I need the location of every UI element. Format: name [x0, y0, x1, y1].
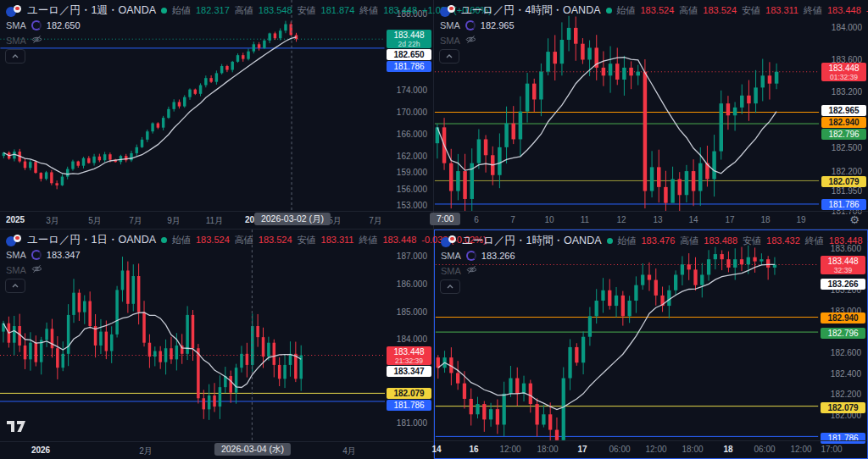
candle-body	[707, 259, 710, 274]
high-value: 183.548	[259, 5, 292, 15]
candle-body	[103, 154, 106, 160]
candle-body	[546, 52, 549, 71]
candle-body	[693, 269, 697, 285]
chart-panel-1day: 187.000186.000185.000184.000181.000183.4…	[0, 230, 434, 459]
symbol-title[interactable]: ユーロ／円・1日・OANDA	[27, 233, 156, 247]
time-axis[interactable]: 141612:0018:001706:0012:0018:001806:0012…	[435, 440, 867, 458]
price-axis[interactable]: 184.000183.600183.200182.500182.200181.9…	[820, 0, 868, 212]
candle-body	[643, 72, 647, 191]
eye-off-icon[interactable]	[31, 35, 42, 46]
sma-loading-icon	[466, 251, 476, 261]
eye-off-icon[interactable]	[465, 35, 476, 46]
symbol-legend[interactable]: ユーロ／円・1時間・OANDA 始値183.476 高値183.488 安値18…	[441, 234, 868, 248]
sma-indicator-row[interactable]: SMA 183.347	[6, 250, 81, 260]
low-value: 183.311	[321, 235, 354, 245]
candle-body	[581, 337, 585, 363]
candle-body	[692, 171, 695, 191]
candle-body	[637, 72, 640, 76]
candle-body	[278, 365, 281, 379]
axis-settings-gear-icon[interactable]: ⚙	[849, 213, 860, 226]
candle-body	[137, 276, 141, 312]
price-axis-label: 181.000	[385, 418, 427, 429]
candle-body	[146, 131, 148, 140]
chart-plot-area[interactable]	[434, 0, 820, 212]
sma-indicator-row[interactable]: SMA 182.650	[6, 20, 81, 30]
candle-body	[629, 68, 632, 75]
tradingview-logo[interactable]	[7, 421, 28, 437]
sma-line	[438, 264, 775, 409]
candle-body	[183, 97, 186, 107]
market-status-icon[interactable]	[607, 238, 613, 244]
time-axis[interactable]: 20262月4月2026-03-04 (水)	[0, 441, 433, 459]
symbol-legend[interactable]: ユーロ／円・1日・OANDA 始値183.524 高値183.524 安値183…	[6, 233, 487, 247]
symbol-legend[interactable]: ユーロ／円・4時間・OANDA 始値183.524 高値183.524 安値18…	[440, 3, 868, 18]
crosshair-time-badge: 7:00	[430, 213, 460, 225]
price-axis[interactable]: 183.600183.200183.000182.600182.400182.2…	[819, 230, 867, 441]
candle-body	[539, 72, 542, 100]
candle-body	[13, 326, 16, 343]
sma-indicator-row[interactable]: SMA 182.965	[440, 20, 515, 30]
time-axis-label: 3月	[33, 215, 72, 227]
price-badge: 183.44801:32:39	[821, 63, 866, 81]
candle-body	[121, 270, 125, 290]
candle-body	[258, 44, 260, 48]
candle-body	[219, 387, 222, 406]
sma-indicator-row[interactable]: SMA 183.266	[441, 251, 515, 261]
sma-hidden-row[interactable]: SMA	[440, 35, 476, 46]
eye-off-icon[interactable]	[31, 264, 42, 275]
symbol-title[interactable]: ユーロ／円・4時間・OANDA	[461, 3, 601, 18]
time-axis-label: 17	[563, 445, 602, 454]
time-axis-label: 06:00	[600, 445, 639, 454]
open-label: 始値	[617, 4, 636, 17]
candle-body	[621, 296, 625, 316]
price-badge: 182.940	[821, 117, 866, 128]
market-status-icon[interactable]	[161, 237, 167, 243]
time-axis[interactable]: 20253月5月7月9月11月20265月7月2026-03-02 (月)	[0, 211, 433, 229]
candle-body	[482, 404, 486, 419]
low-label: 安値	[298, 4, 316, 17]
market-status-icon[interactable]	[606, 8, 612, 14]
candle-body	[654, 280, 658, 296]
high-value: 183.524	[259, 235, 292, 245]
candle-body	[61, 354, 64, 368]
candle-body	[175, 346, 179, 359]
symbol-title[interactable]: ユーロ／円・1週・OANDA	[27, 3, 156, 18]
candle-body	[657, 167, 660, 186]
sma-hidden-row[interactable]: SMA	[6, 35, 42, 46]
candle-body	[105, 332, 108, 351]
low-label: 安値	[298, 234, 316, 246]
candle-body	[262, 337, 265, 357]
price-axis[interactable]: 187.000186.000185.000184.000181.000183.4…	[385, 230, 433, 442]
price-axis-label: 182.200	[819, 390, 861, 400]
candle-body	[40, 173, 42, 179]
candle-body	[273, 343, 276, 365]
time-axis[interactable]: 6710111213141718197:00⚙	[434, 211, 868, 229]
collapse-legend-button[interactable]	[5, 49, 25, 64]
sma-hidden-row[interactable]: SMA	[6, 264, 42, 275]
eye-off-icon[interactable]	[466, 265, 477, 276]
candle-body	[51, 329, 54, 348]
symbol-title[interactable]: ユーロ／円・1時間・OANDA	[462, 234, 602, 248]
chart-plot-area[interactable]	[0, 0, 385, 212]
sma-label: SMA	[6, 20, 26, 30]
collapse-legend-button[interactable]	[5, 279, 25, 293]
chart-plot-area[interactable]	[435, 230, 819, 441]
chart-panel-1week: 188.000184.000174.000170.000166.000162.0…	[0, 0, 434, 230]
symbol-legend[interactable]: ユーロ／円・1週・OANDA 始値182.317 高値183.548 安値181…	[6, 3, 492, 18]
collapse-legend-button[interactable]	[440, 279, 460, 294]
price-axis-label: 170.000	[385, 108, 427, 118]
time-axis-label: 6	[457, 215, 496, 224]
sma-hidden-row[interactable]: SMA	[441, 265, 477, 276]
candle-body	[670, 179, 674, 202]
candle-body	[627, 301, 631, 316]
market-status-icon[interactable]	[161, 8, 167, 14]
eurjpy-pair-icon	[440, 5, 456, 17]
collapse-legend-button[interactable]	[439, 49, 459, 64]
candle-body	[197, 348, 200, 398]
price-axis-label: 166.000	[385, 130, 427, 140]
open-value: 183.476	[642, 235, 676, 246]
price-axis[interactable]: 188.000184.000174.000170.000166.000162.0…	[385, 0, 433, 212]
candle-body	[574, 28, 577, 44]
candle-body	[463, 171, 466, 199]
chart-plot-area[interactable]	[0, 230, 385, 442]
